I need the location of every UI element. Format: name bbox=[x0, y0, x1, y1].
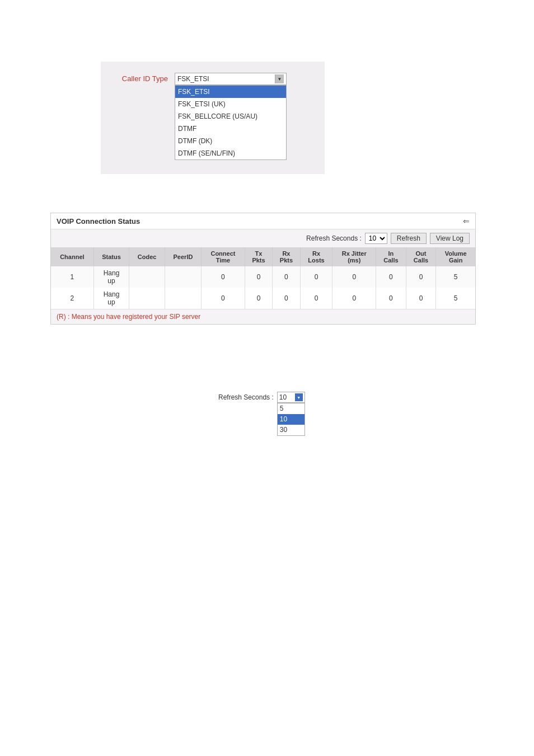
refresh-select-display[interactable]: 10 ▼ bbox=[277, 392, 305, 403]
table-row: 1 Hangup 0 0 0 0 0 0 0 5 bbox=[51, 266, 475, 288]
row2-out-calls: 0 bbox=[406, 288, 436, 309]
voip-title: VOIP Connection Status bbox=[57, 217, 140, 226]
row1-volume-gain: 5 bbox=[436, 266, 475, 288]
caller-id-option-dtmf[interactable]: DTMF bbox=[175, 123, 286, 135]
caller-id-select[interactable]: FSK_ETSI ▼ bbox=[175, 73, 287, 85]
voip-section: VOIP Connection Status ⇐ Refresh Seconds… bbox=[50, 213, 476, 325]
view-log-button[interactable]: View Log bbox=[430, 233, 470, 244]
refresh-selected-value: 10 bbox=[279, 393, 295, 401]
refresh-dropdown-arrow-icon[interactable]: ▼ bbox=[295, 393, 303, 401]
refresh-option-10[interactable]: 10 bbox=[278, 414, 305, 425]
col-in-calls: InCalls bbox=[376, 247, 406, 266]
caller-id-dropdown-list: FSK_ETSI FSK_ETSI (UK) FSK_BELLCORE (US/… bbox=[175, 85, 287, 160]
row1-rx-losts: 0 bbox=[300, 266, 332, 288]
refresh-dropdown-control: 10 ▼ 5 10 30 bbox=[277, 392, 305, 436]
row2-peerid bbox=[165, 288, 201, 309]
row2-status: Hangup bbox=[93, 288, 129, 309]
row1-rx-pkts: 0 bbox=[273, 266, 300, 288]
row1-in-calls: 0 bbox=[376, 266, 406, 288]
caller-id-section: Caller ID Type FSK_ETSI ▼ FSK_ETSI FSK_E… bbox=[101, 62, 325, 174]
col-codec: Codec bbox=[129, 247, 165, 266]
row1-tx-pkts: 0 bbox=[245, 266, 272, 288]
row1-rx-jitter: 0 bbox=[332, 266, 376, 288]
row2-channel: 2 bbox=[51, 288, 93, 309]
row1-status: Hangup bbox=[93, 266, 129, 288]
row1-channel: 1 bbox=[51, 266, 93, 288]
voip-table: Channel Status Codec PeerID ConnectTime … bbox=[51, 247, 475, 309]
col-connect-time: ConnectTime bbox=[202, 247, 245, 266]
voip-arrow-icon: ⇐ bbox=[463, 217, 470, 226]
refresh-option-30[interactable]: 30 bbox=[278, 425, 305, 435]
row2-rx-jitter: 0 bbox=[332, 288, 376, 309]
refresh-dropdown-label: Refresh Seconds : bbox=[218, 392, 274, 401]
caller-id-label: Caller ID Type bbox=[118, 73, 168, 83]
refresh-seconds-label: Refresh Seconds : bbox=[306, 234, 362, 242]
row1-codec bbox=[129, 266, 165, 288]
refresh-button[interactable]: Refresh bbox=[391, 233, 427, 244]
row1-peerid bbox=[165, 266, 201, 288]
caller-id-option-dtmf-dk[interactable]: DTMF (DK) bbox=[175, 135, 286, 147]
table-row: 2 Hangup 0 0 0 0 0 0 0 5 bbox=[51, 288, 475, 309]
col-channel: Channel bbox=[51, 247, 93, 266]
col-rx-losts: RxLosts bbox=[300, 247, 332, 266]
voip-controls-row: Refresh Seconds : 5 10 30 Refresh View L… bbox=[51, 229, 475, 247]
voip-header: VOIP Connection Status ⇐ bbox=[51, 213, 475, 229]
refresh-dropdown-section: Refresh Seconds : 10 ▼ 5 10 30 bbox=[218, 392, 305, 436]
row2-tx-pkts: 0 bbox=[245, 288, 272, 309]
row2-volume-gain: 5 bbox=[436, 288, 475, 309]
voip-footer: (R) : Means you have registered your SIP… bbox=[51, 309, 475, 324]
refresh-seconds-select[interactable]: 5 10 30 bbox=[365, 233, 387, 244]
caller-id-option-fsk-etsi-uk[interactable]: FSK_ETSI (UK) bbox=[175, 98, 286, 110]
table-header-row: Channel Status Codec PeerID ConnectTime … bbox=[51, 247, 475, 266]
col-rx-jitter: Rx Jitter(ms) bbox=[332, 247, 376, 266]
caller-id-option-fsk-etsi[interactable]: FSK_ETSI bbox=[175, 86, 286, 98]
row1-out-calls: 0 bbox=[406, 266, 436, 288]
col-peerid: PeerID bbox=[165, 247, 201, 266]
caller-id-option-fsk-bellcore[interactable]: FSK_BELLCORE (US/AU) bbox=[175, 110, 286, 123]
col-status: Status bbox=[93, 247, 129, 266]
col-rx-pkts: RxPkts bbox=[273, 247, 300, 266]
row2-rx-pkts: 0 bbox=[273, 288, 300, 309]
caller-id-control: FSK_ETSI ▼ FSK_ETSI FSK_ETSI (UK) FSK_BE… bbox=[175, 73, 287, 160]
caller-id-selected-value: FSK_ETSI bbox=[177, 75, 275, 83]
row2-connect-time: 0 bbox=[202, 288, 245, 309]
voip-note: (R) : Means you have registered your SIP… bbox=[57, 313, 200, 321]
col-volume-gain: VolumeGain bbox=[436, 247, 475, 266]
row2-codec bbox=[129, 288, 165, 309]
col-out-calls: OutCalls bbox=[406, 247, 436, 266]
refresh-dropdown-list: 5 10 30 bbox=[277, 403, 305, 436]
row2-rx-losts: 0 bbox=[300, 288, 332, 309]
row2-in-calls: 0 bbox=[376, 288, 406, 309]
caller-id-dropdown-arrow[interactable]: ▼ bbox=[275, 74, 284, 83]
row1-connect-time: 0 bbox=[202, 266, 245, 288]
col-tx-pkts: TxPkts bbox=[245, 247, 272, 266]
refresh-option-5[interactable]: 5 bbox=[278, 403, 305, 414]
caller-id-option-dtmf-se[interactable]: DTMF (SE/NL/FIN) bbox=[175, 147, 286, 159]
